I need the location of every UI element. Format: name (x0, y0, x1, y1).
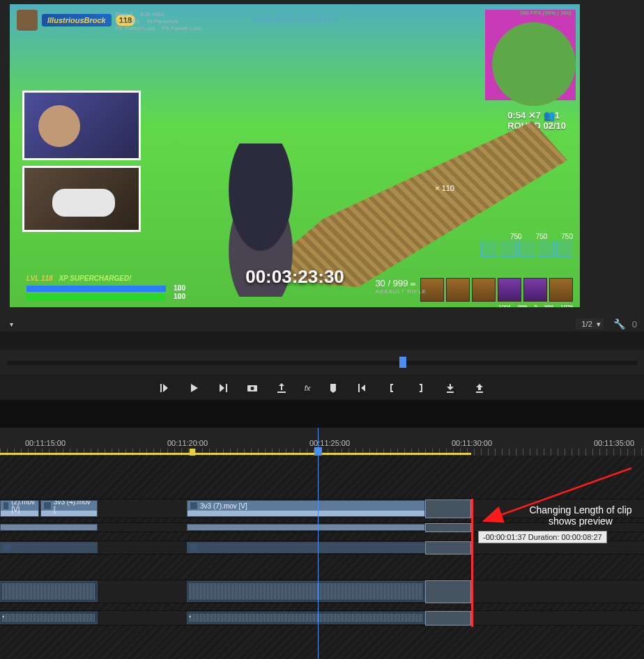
ruler-time-2: 00:11:25:00 (309, 439, 350, 447)
fx-badge-icon (190, 544, 197, 551)
build-slots (481, 240, 573, 257)
lvl-text: LVL 118 (26, 274, 53, 282)
trim-edge-indicator[interactable] (471, 499, 473, 627)
trim-ghost (425, 580, 471, 603)
track-a1[interactable] (0, 580, 644, 603)
monitor-menu-chevron[interactable]: ▾ (7, 318, 16, 331)
fx-toggle-button[interactable]: fx (305, 384, 311, 392)
center-id: s8atn 1234-2898-2169 (253, 14, 337, 24)
build-ramp-icon (519, 240, 535, 257)
wcount-1: 1004 (498, 304, 511, 307)
ruler-time-4: 00:11:35:00 (594, 439, 634, 447)
monitor-controls-row: ▾ 1/2 🔧 0 (0, 312, 644, 336)
annotation-text: Changing Length of clip shows preview (521, 504, 640, 527)
wcount-3: 5 (534, 304, 537, 307)
trim-ghost (425, 523, 471, 532)
fx-badge-icon (190, 502, 197, 509)
wcount-4: 998 (544, 304, 553, 307)
hud-bottom: LVL 118 XP SUPERCHARGED! 100 100 (26, 284, 563, 300)
clip-a2-main[interactable]: ▪ (187, 612, 425, 624)
program-monitor-video[interactable]: 0:54 ✕7 👥1 ROUND 02/10 IllustriousBrock … (10, 4, 580, 307)
ruler-time-1: 00:11:20:00 (167, 439, 208, 447)
snapshot-button[interactable] (246, 382, 259, 394)
fx-badge-icon (3, 544, 10, 551)
pickup-count: × 110 (435, 184, 454, 192)
transport-controls: fx (0, 376, 644, 400)
player-name: IllustriousBrock (42, 14, 112, 26)
timecode-readout-small: 0 (632, 319, 637, 330)
work-area-start-handle[interactable] (190, 449, 195, 456)
build-floor-icon (500, 240, 516, 257)
clip-v2-a[interactable] (0, 524, 98, 531)
avatar-icon (17, 10, 38, 31)
stat-ping: Ping: 1 (116, 11, 133, 18)
ruler-time-0: 00:11:15:00 (25, 439, 66, 447)
clip-v2-main[interactable] (187, 524, 425, 531)
shield-bar: 100 (26, 286, 166, 292)
monitor-scrub-row (0, 350, 644, 375)
mat-wood: 750 (510, 233, 522, 240)
settings-wrench-icon[interactable]: 🔧 (613, 318, 625, 330)
svg-point-1 (250, 387, 254, 390)
wcount-5: 1029 (560, 304, 573, 307)
mat-metal: 750 (561, 233, 573, 240)
clip-a2-a[interactable]: ▪ (0, 612, 98, 624)
program-monitor-panel: 0:54 ✕7 👥1 ROUND 02/10 IllustriousBrock … (0, 0, 644, 332)
track-a2[interactable]: ▪ ▪ (0, 610, 644, 626)
wcount-2: 999 (518, 304, 527, 307)
net-stats: Ping: 1 4.36 KB/s 0.01 KB/s IN Packets/s… (116, 11, 201, 32)
clip-a1-a[interactable] (0, 581, 98, 602)
clip-label: 3v3 (7).mov [V] (200, 502, 247, 510)
game-minimap (485, 10, 576, 100)
stat-down: 4.36 KB/s (140, 11, 164, 18)
lift-button[interactable] (444, 382, 457, 394)
playback-resolution-dropdown[interactable]: 1/2 (576, 318, 603, 330)
clip-v1-b[interactable]: 3v3 (4).mov [ (40, 500, 98, 517)
extract-button[interactable] (473, 382, 486, 394)
xp-text: XP SUPERCHARGED! (59, 274, 131, 282)
material-counts: 750 750 750 (510, 233, 573, 240)
clip-v1-main[interactable]: 3v3 (7).mov [V] (187, 500, 425, 517)
trim-ghost (425, 611, 471, 626)
clip-v3-main[interactable] (187, 542, 425, 553)
trim-ghost (425, 499, 471, 518)
playhead-handle-icon[interactable] (314, 447, 322, 456)
stat-pkt-in: IN Packets/s (147, 18, 178, 25)
fps-readout: 360 FPS (99% | 360) (519, 10, 572, 16)
build-trap-icon (556, 240, 573, 257)
work-area-bar[interactable] (0, 453, 471, 455)
facecam-controller (22, 166, 141, 232)
goto-in-button[interactable] (356, 382, 369, 394)
fx-badge-icon (44, 502, 51, 509)
step-forward-button[interactable] (217, 382, 229, 394)
clip-label: (2).mov [V] (11, 500, 36, 513)
timeline-tracks[interactable]: (2).mov [V] 3v3 (4).mov [ 3v3 (7).mov [V… (0, 456, 644, 659)
round-meta: 0:54 ✕7 👥1 (507, 110, 560, 121)
fx-badge-icon (3, 502, 8, 509)
ruler-time-3: 00:11:30:00 (452, 439, 492, 447)
build-roof-icon (537, 240, 554, 257)
monitor-scrub-playhead[interactable] (399, 357, 406, 368)
stat-up: 0.01 KB/s (116, 18, 140, 25)
trim-tooltip: -00:00:01:37 Duration: 00:00:08:27 (478, 531, 607, 543)
facecam-webcam (22, 91, 141, 160)
clip-v1-a[interactable]: (2).mov [V] (0, 500, 39, 517)
monitor-scrub-track[interactable] (7, 361, 637, 365)
step-back-button[interactable] (158, 382, 171, 394)
stat-pkt-out: PK Packet Loss (116, 25, 155, 32)
clip-label: 3v3 (4).mov [ (54, 500, 94, 513)
build-wall-icon (481, 240, 498, 257)
trim-ghost (425, 541, 471, 555)
playhead-line (318, 456, 319, 659)
export-frame-button[interactable] (275, 382, 288, 394)
clip-v3-a[interactable] (0, 542, 98, 553)
mark-in-button[interactable] (385, 382, 398, 394)
play-button[interactable] (187, 382, 200, 394)
clip-a1-main[interactable] (187, 581, 425, 602)
timeline-ruler[interactable]: 00:11:15:00 00:11:20:00 00:11:25:00 00:1… (0, 428, 644, 456)
mark-out-button[interactable] (415, 382, 427, 394)
marker-button[interactable] (327, 382, 339, 394)
mat-brick: 750 (536, 233, 548, 240)
hp-bar: 100 (26, 294, 166, 300)
stat-pkt-out2: PK Packet Loss (162, 25, 201, 32)
